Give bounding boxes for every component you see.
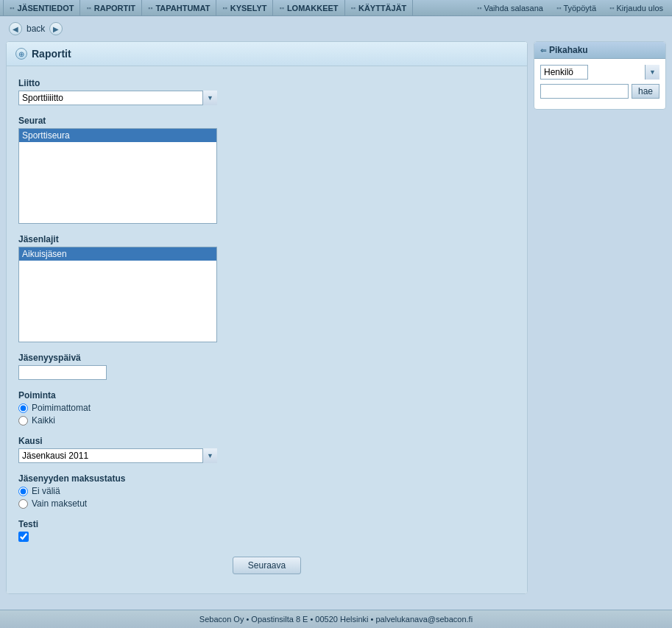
seuraava-button[interactable]: Seuraava (233, 557, 301, 574)
jasenlajit-item-aikuisjasen[interactable]: Aikuisjäsen (19, 247, 216, 261)
pikahaku-select-wrapper: Henkilö ▼ (540, 65, 659, 80)
nav-vaihda-salasana[interactable]: ▪▪ Vaihda salasana (471, 4, 549, 13)
nav-dots: ▪▪ (86, 4, 91, 12)
maksustatus-group: Jäsenyyden maksustatus Ei väliä Vain mak… (18, 473, 515, 509)
testi-label: Testi (18, 519, 515, 529)
poiminta-kaikki-label: Kaikki (32, 415, 55, 426)
nav-dots: ▪▪ (609, 4, 614, 12)
nav-vaihda-salasana-label: Vaihda salasana (484, 4, 543, 13)
nav-jasentiedot[interactable]: ▪▪ JÄSENTIEDOT (3, 0, 80, 15)
nav-raportit[interactable]: ▪▪ RAPORTIT (80, 0, 142, 15)
nav-dots: ▪▪ (222, 4, 227, 12)
circle-plus-icon: ⊕ (18, 50, 24, 58)
nav-kirjaudu-ulos[interactable]: ▪▪ Kirjaudu ulos (604, 4, 669, 13)
hae-button[interactable]: hae (632, 84, 659, 99)
poiminta-group: Poiminta Poimimattomat Kaikki (18, 390, 515, 426)
poiminta-label: Poiminta (18, 390, 515, 401)
maksustatus-option-ei-valia[interactable]: Ei väliä (18, 486, 515, 496)
back-bar: ◀ back ▶ (0, 16, 672, 41)
poiminta-radio-kaikki[interactable] (18, 416, 28, 426)
poiminta-radio-group: Poimimattomat Kaikki (18, 403, 515, 426)
seurat-item-sporttiseura[interactable]: Sporttiseura (19, 129, 216, 142)
jasenyyspaiva-label: Jäsenyyspäivä (18, 353, 515, 363)
testi-checkbox[interactable] (18, 532, 29, 542)
poiminta-radio-poimimattomat[interactable] (18, 403, 28, 413)
back-arrow-button[interactable]: ◀ (9, 22, 22, 35)
liitto-select[interactable]: Sporttiiiitto (18, 91, 217, 105)
nav-raportit-label: RAPORTIT (94, 4, 135, 13)
nav-kyselyt[interactable]: ▪▪ KYSELYT (216, 0, 273, 15)
poiminta-poimimattomat-label: Poimimattomat (32, 403, 91, 413)
main-content: ⊕ Raportit Liitto Sporttiiiitto ▼ Seurat… (0, 41, 672, 600)
panel-header: ⊕ Raportit (7, 42, 527, 66)
maksustatus-label: Jäsenyyden maksustatus (18, 473, 515, 484)
nav-dots: ▪▪ (148, 4, 152, 12)
nav-dots: ▪▪ (10, 4, 14, 12)
jasenyyspaiva-group: Jäsenyyspäivä (18, 353, 515, 380)
back-label[interactable]: back (26, 24, 45, 34)
seurat-label: Seurat (18, 116, 515, 126)
nav-lomakkeet-label: LOMAKKEET (287, 4, 339, 13)
jasenlajit-group: Jäsenlajit Aikuisjäsen (18, 234, 515, 342)
pikahaku-panel: ⇐ Pikahaku Henkilö ▼ hae (534, 41, 666, 110)
nav-tyopoyta-label: Työpöytä (563, 4, 596, 13)
liitto-group: Liitto Sporttiiiitto ▼ (18, 78, 515, 105)
kausi-group: Kausi Jäsenkausi 2011 ▼ (18, 436, 515, 463)
maksustatus-radio-ei-valia[interactable] (18, 487, 28, 496)
maksustatus-radio-group: Ei väliä Vain maksetut (18, 486, 515, 509)
nav-tyopoyta[interactable]: ▪▪ Työpöytä (551, 4, 602, 13)
maksustatus-option-vain-maksetut[interactable]: Vain maksetut (18, 498, 515, 509)
jasenlajit-label: Jäsenlajit (18, 234, 515, 244)
pikahaku-select[interactable]: Henkilö (540, 65, 588, 80)
liitto-label: Liitto (18, 78, 515, 88)
kausi-label: Kausi (18, 436, 515, 446)
maksustatus-vain-maksetut-label: Vain maksetut (32, 498, 87, 509)
liitto-select-wrapper: Sporttiiiitto ▼ (18, 91, 217, 105)
nav-kayttajat-label: KÄYTTÄJÄT (358, 4, 406, 13)
nav-kayttajat[interactable]: ▪▪ KÄYTTÄJÄT (345, 0, 414, 15)
pikahaku-body: Henkilö ▼ hae (534, 59, 665, 109)
maksustatus-ei-valia-label: Ei väliä (32, 486, 60, 496)
seurat-listbox[interactable]: Sporttiseura (18, 128, 217, 224)
testi-checkbox-item[interactable] (18, 532, 515, 542)
nav-tapahtumat[interactable]: ▪▪ TAPAHTUMAT (142, 0, 216, 15)
pikahaku-search-input[interactable] (540, 84, 629, 99)
poiminta-option-kaikki[interactable]: Kaikki (18, 415, 515, 426)
nav-lomakkeet[interactable]: ▪▪ LOMAKKEET (273, 0, 344, 15)
pikahaku-arrow-icon: ⇐ (540, 46, 546, 54)
pikahaku-select-arrow: ▼ (645, 65, 659, 80)
kausi-select[interactable]: Jäsenkausi 2011 (18, 448, 217, 463)
seurat-group: Seurat Sporttiseura (18, 116, 515, 224)
panel-header-icon: ⊕ (15, 48, 27, 60)
nav-dots: ▪▪ (556, 4, 561, 12)
maksustatus-radio-vain-maksetut[interactable] (18, 499, 28, 509)
jasenlajit-listbox[interactable]: Aikuisjäsen (18, 247, 217, 342)
nav-kyselyt-label: KYSELYT (230, 4, 267, 13)
nav-dots: ▪▪ (279, 4, 283, 12)
nav-right: ▪▪ Vaihda salasana ▪▪ Työpöytä ▪▪ Kirjau… (471, 4, 669, 13)
raportit-title: Raportit (32, 48, 71, 60)
pikahaku-header: ⇐ Pikahaku (534, 42, 665, 59)
nav-tapahtumat-label: TAPAHTUMAT (155, 4, 210, 13)
forward-arrow-button[interactable]: ▶ (49, 22, 63, 35)
top-navigation: ▪▪ JÄSENTIEDOT ▪▪ RAPORTIT ▪▪ TAPAHTUMAT… (0, 0, 672, 16)
kausi-select-wrapper: Jäsenkausi 2011 ▼ (18, 448, 217, 463)
nav-jasentiedot-label: JÄSENTIEDOT (17, 4, 74, 13)
nav-kirjaudu-ulos-label: Kirjaudu ulos (616, 4, 663, 13)
poiminta-option-poimimattomat[interactable]: Poimimattomat (18, 403, 515, 413)
pikahaku-title: Pikahaku (549, 45, 588, 55)
nav-dots: ▪▪ (351, 4, 356, 12)
panel-body: Liitto Sporttiiiitto ▼ Seurat Sporttiseu… (7, 66, 527, 593)
testi-group: Testi (18, 519, 515, 542)
nav-dots: ▪▪ (477, 4, 481, 12)
jasenyyspaiva-input[interactable] (18, 365, 107, 380)
pikahaku-search-row: hae (540, 84, 659, 99)
pikahaku-select-row: Henkilö ▼ (540, 65, 659, 80)
raportit-panel: ⊕ Raportit Liitto Sporttiiiitto ▼ Seurat… (6, 41, 528, 594)
